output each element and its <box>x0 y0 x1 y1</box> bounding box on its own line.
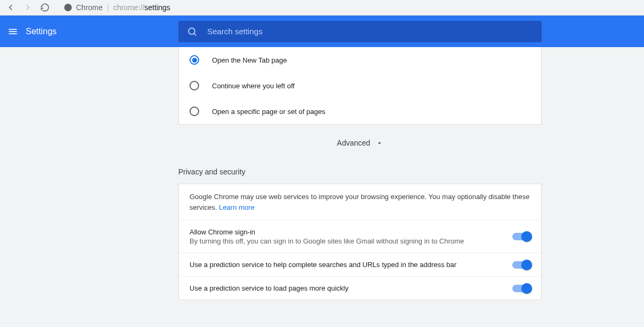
startup-option-label: Open the New Tab page <box>212 56 287 64</box>
setting-title: Use a prediction service to help complet… <box>190 261 504 269</box>
startup-option-label: Open a specific page or set of pages <box>212 108 325 116</box>
menu-button[interactable] <box>0 26 26 37</box>
radio-icon <box>190 81 199 90</box>
svg-rect-0 <box>9 29 17 30</box>
address-path: settings <box>145 3 170 12</box>
setting-title: Use a prediction service to load pages m… <box>190 284 504 292</box>
back-button[interactable] <box>3 0 18 15</box>
page-title: Settings <box>26 27 57 36</box>
reload-button[interactable] <box>37 0 52 15</box>
advanced-label: Advanced <box>337 139 370 147</box>
on-startup-card: Open the New Tab page Continue where you… <box>178 47 542 125</box>
startup-option-continue[interactable]: Continue where you left off <box>179 73 541 98</box>
radio-icon <box>190 55 199 65</box>
chevron-up-icon <box>376 139 383 147</box>
toggle-switch[interactable] <box>512 285 531 292</box>
svg-line-4 <box>194 33 196 35</box>
toggle-switch[interactable] <box>512 233 531 240</box>
advanced-toggle[interactable]: Advanced <box>178 125 542 153</box>
browser-toolbar: Chrome | chrome://settings <box>0 0 644 16</box>
chrome-icon <box>64 4 72 11</box>
startup-option-specific-page[interactable]: Open a specific page or set of pages <box>179 98 541 124</box>
toggle-switch[interactable] <box>512 261 531 269</box>
learn-more-link[interactable]: Learn more <box>219 203 254 211</box>
setting-prediction-load[interactable]: Use a prediction service to load pages m… <box>179 277 541 300</box>
address-separator: | <box>107 3 109 12</box>
privacy-card: Google Chrome may use web services to im… <box>178 184 542 300</box>
app-header: Settings <box>0 16 644 47</box>
setting-prediction-search[interactable]: Use a prediction service to help complet… <box>179 253 541 277</box>
address-scheme: chrome:// <box>113 3 144 12</box>
setting-title: Allow Chrome sign-in <box>190 228 504 236</box>
startup-option-new-tab[interactable]: Open the New Tab page <box>179 47 541 73</box>
forward-button[interactable] <box>20 0 35 15</box>
privacy-intro: Google Chrome may use web services to im… <box>179 184 541 220</box>
settings-content: Open the New Tab page Continue where you… <box>0 47 644 327</box>
setting-allow-signin[interactable]: Allow Chrome sign-in By turning this off… <box>179 220 541 253</box>
svg-point-3 <box>188 28 195 34</box>
privacy-section-title: Privacy and security <box>178 153 542 184</box>
svg-rect-2 <box>9 33 17 34</box>
svg-rect-1 <box>9 31 17 32</box>
address-bar[interactable]: Chrome | chrome://settings <box>59 1 641 14</box>
startup-option-label: Continue where you left off <box>212 82 294 90</box>
address-product-label: Chrome <box>76 3 103 12</box>
radio-icon <box>190 107 199 116</box>
search-container[interactable] <box>178 21 542 42</box>
search-input[interactable] <box>207 27 533 36</box>
search-icon <box>187 26 198 37</box>
setting-subtitle: By turning this off, you can sign in to … <box>190 237 504 245</box>
